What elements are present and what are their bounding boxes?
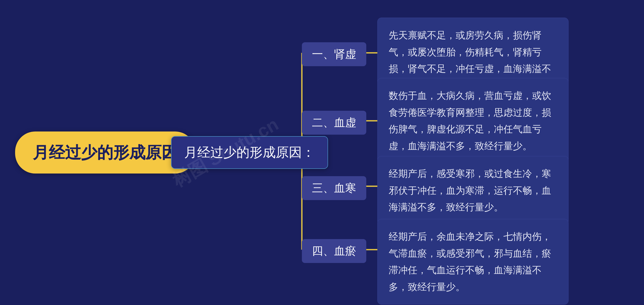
branch-node-2: 二、血虚: [302, 111, 366, 135]
detail-node-2: 数伤于血，大病久病，营血亏虚，或饮食劳倦医学教育网整理，思虑过度，损伤脾气，脾虚…: [377, 78, 569, 164]
detail-node-3: 经期产后，感受寒邪，或过食生冷，寒邪伏于冲任，血为寒滞，运行不畅，血海满溢不多，…: [377, 156, 569, 225]
center-node: 月经过少的形成原因：: [171, 136, 328, 169]
detail-node-4: 经期产后，余血未净之际，七情内伤，气滞血瘀，或感受邪气，邪与血结，瘀滞冲任，气血…: [377, 219, 569, 304]
main-title-node: 月经过少的形成原因: [15, 132, 195, 174]
branch-node-4: 四、血瘀: [302, 239, 366, 263]
branch-node-3: 三、血寒: [302, 176, 366, 200]
branch-node-1: 一、肾虚: [302, 42, 366, 66]
